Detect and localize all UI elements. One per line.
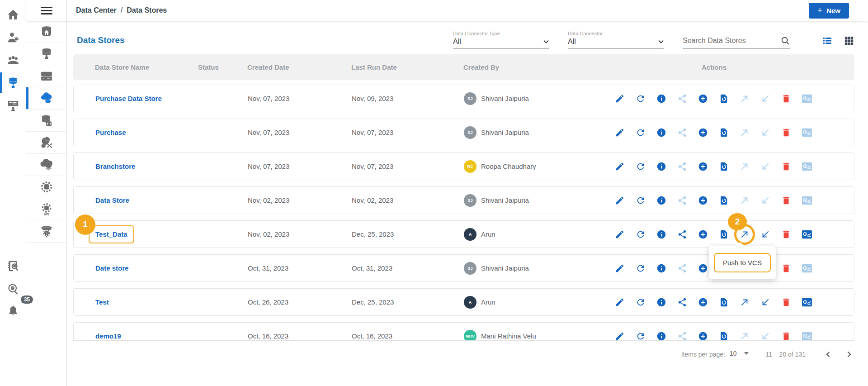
datastore-name-link[interactable]: Data Store [95, 196, 129, 204]
table-row[interactable]: 1 Branchstore Nov, 07, 2023 Nov, 07, 202… [73, 152, 854, 180]
datastore-name-link[interactable]: demo19 [95, 332, 121, 340]
refresh-action-button[interactable] [636, 331, 646, 341]
sidebar-item-cloud-code[interactable] [26, 110, 66, 132]
add-action-button[interactable] [698, 229, 708, 239]
share-action-button[interactable] [677, 162, 687, 172]
sidebar-item-datastore-home[interactable] [26, 21, 66, 43]
share-action-button[interactable] [677, 297, 687, 307]
add-action-button[interactable] [698, 263, 708, 273]
add-action-button[interactable] [698, 195, 708, 205]
edit-action-button[interactable] [615, 331, 625, 341]
add-action-button[interactable] [698, 128, 708, 138]
version-history-action-button[interactable] [719, 297, 729, 307]
info-action-button[interactable] [656, 297, 666, 307]
add-action-button[interactable] [698, 297, 708, 307]
refresh-action-button[interactable] [636, 297, 646, 307]
refresh-action-button[interactable] [636, 128, 646, 138]
info-action-button[interactable] [656, 263, 666, 273]
delete-action-button[interactable] [781, 162, 791, 172]
sidebar-item-cloud-layers[interactable] [26, 154, 66, 176]
table-row[interactable]: 1 Purchase Nov, 07, 2023 Nov, 07, 2023 S… [73, 119, 854, 146]
data-connector-type-select[interactable]: Data Connector Type All [453, 31, 549, 49]
new-button[interactable]: + New [809, 3, 849, 19]
share-action-button[interactable] [677, 263, 687, 273]
edit-action-button[interactable] [615, 128, 625, 138]
version-history-action-button[interactable] [719, 331, 729, 341]
items-per-page-select[interactable]: 10 [729, 349, 750, 359]
push-to-vcs-button[interactable] [740, 331, 750, 341]
datastore-name-link[interactable]: Test [95, 298, 109, 306]
share-action-button[interactable] [677, 195, 687, 205]
datastore-name-link[interactable]: Test_Data [95, 230, 127, 238]
profile-action-button[interactable] [802, 195, 812, 205]
sidebar-item-notifications[interactable]: 35 [0, 300, 26, 323]
delete-action-button[interactable] [781, 195, 791, 205]
refresh-action-button[interactable] [636, 229, 646, 239]
previous-page-icon[interactable] [825, 351, 832, 358]
pull-from-vcs-button[interactable] [760, 162, 770, 172]
edit-action-button[interactable] [615, 297, 625, 307]
sidebar-item-data-filter[interactable] [26, 220, 66, 243]
profile-action-button[interactable] [802, 162, 812, 172]
version-history-action-button[interactable] [719, 128, 729, 138]
table-row[interactable]: 1 Test Oct, 26, 2023 Dec, 25, 2023 A Aru… [73, 288, 854, 316]
delete-action-button[interactable] [781, 229, 791, 239]
table-row[interactable]: 1 Data Store Nov, 02, 2023 Nov, 02, 2023… [73, 186, 854, 214]
datastore-name-link[interactable]: Purchase [95, 129, 126, 136]
edit-action-button[interactable] [615, 195, 625, 205]
sidebar-item-data-transform[interactable] [26, 132, 66, 154]
edit-action-button[interactable] [615, 263, 625, 273]
search-icon[interactable] [780, 36, 790, 46]
sidebar-item-user-admin[interactable] [0, 26, 26, 49]
version-history-action-button[interactable] [719, 94, 729, 104]
profile-action-button[interactable] [802, 94, 812, 104]
delete-action-button[interactable] [781, 331, 791, 341]
pull-from-vcs-button[interactable] [760, 331, 770, 341]
pull-from-vcs-button[interactable] [760, 297, 770, 307]
delete-action-button[interactable] [781, 297, 791, 307]
sidebar-item-data-stores[interactable] [0, 71, 26, 94]
sidebar-item-cloud-datastore[interactable] [26, 87, 66, 110]
info-action-button[interactable] [656, 128, 666, 138]
profile-action-button[interactable] [802, 128, 812, 138]
share-action-button[interactable] [677, 229, 687, 239]
sidebar-item-user-groups[interactable] [0, 49, 26, 71]
share-action-button[interactable] [677, 331, 687, 341]
refresh-action-button[interactable] [636, 263, 646, 273]
add-action-button[interactable] [698, 94, 708, 104]
refresh-action-button[interactable] [636, 162, 646, 172]
table-row[interactable]: 1 demo19 Oct, 16, 2023 Oct, 16, 2023 MRV… [73, 322, 854, 340]
delete-action-button[interactable] [781, 263, 791, 273]
delete-action-button[interactable] [781, 128, 791, 138]
version-history-action-button[interactable] [719, 162, 729, 172]
sidebar-item-databases[interactable] [26, 43, 66, 65]
breadcrumb-section[interactable]: Data Center [76, 6, 117, 14]
pull-from-vcs-button[interactable] [760, 94, 770, 104]
next-page-icon[interactable] [845, 351, 853, 358]
info-action-button[interactable] [656, 94, 666, 104]
list-view-icon[interactable] [822, 35, 833, 46]
datastore-name-link[interactable]: Branchstore [95, 162, 135, 170]
profile-action-button[interactable] [802, 331, 812, 341]
info-action-button[interactable] [656, 229, 666, 239]
info-action-button[interactable] [656, 195, 666, 205]
search-input[interactable] [683, 37, 780, 45]
grid-view-icon[interactable] [844, 35, 854, 46]
profile-action-button[interactable] [802, 263, 812, 273]
share-action-button[interactable] [677, 94, 687, 104]
refresh-action-button[interactable] [636, 195, 646, 205]
version-history-action-button[interactable] [719, 195, 729, 205]
pull-from-vcs-button[interactable] [760, 195, 770, 205]
info-action-button[interactable] [656, 331, 666, 341]
pull-from-vcs-button[interactable] [760, 229, 770, 239]
push-to-vcs-button[interactable] [740, 162, 750, 172]
sidebar-item-data-catalog-search[interactable] [0, 255, 26, 277]
edit-action-button[interactable] [615, 162, 625, 172]
version-history-action-button[interactable] [719, 229, 729, 239]
push-to-vcs-button[interactable] [740, 94, 750, 104]
add-action-button[interactable] [698, 331, 708, 341]
sidebar-item-servers[interactable] [26, 65, 66, 87]
datastore-name-link[interactable]: Purchase Data Store [95, 95, 162, 102]
sidebar-item-home[interactable] [0, 4, 26, 26]
refresh-action-button[interactable] [636, 94, 646, 104]
